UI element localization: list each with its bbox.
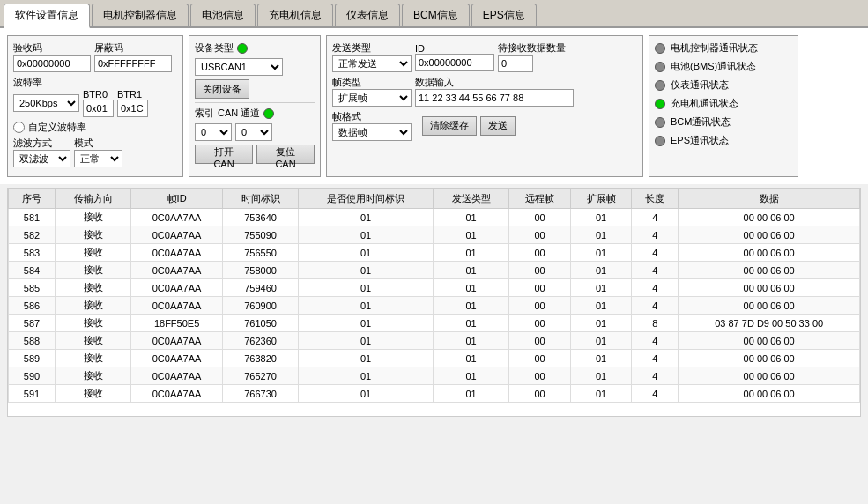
table-cell: 4: [632, 385, 679, 403]
table-cell: 接收: [55, 244, 130, 262]
table-cell: 00: [509, 385, 571, 403]
table-cell: 00: [509, 209, 571, 226]
table-row[interactable]: 590接收0C0AA7AA76527001010001400 00 06 00: [9, 367, 860, 385]
table-cell: 0C0AA7AA: [131, 262, 223, 279]
table-cell: 4: [632, 367, 679, 385]
table-cell: 01: [299, 226, 434, 244]
table-cell: 582: [9, 226, 56, 244]
table-cell: 01: [299, 244, 434, 262]
close-device-button[interactable]: 关闭设备: [195, 79, 249, 99]
table-cell: 01: [434, 209, 509, 226]
table-cell: 01: [434, 297, 509, 315]
tab-eps[interactable]: EPS信息: [471, 4, 537, 26]
table-cell: 8: [632, 315, 679, 332]
data-input[interactable]: [415, 89, 574, 107]
table-cell: 0C0AA7AA: [131, 367, 223, 385]
table-cell: 586: [9, 297, 56, 315]
device-type-select[interactable]: USBCAN1 USBCAN2: [195, 58, 283, 76]
data-table-area: 序号传输方向帧ID时间标识是否使用时间标识发送类型远程帧扩展帧长度数据 581接…: [7, 188, 861, 417]
table-header-cell: 传输方向: [55, 189, 130, 209]
status-label: 仪表通讯状态: [671, 78, 729, 92]
table-cell: 00 00 06 00: [679, 332, 860, 350]
table-header-cell: 时间标识: [223, 189, 299, 209]
index-label: 索引: [195, 107, 214, 120]
status-led: [655, 136, 665, 146]
table-cell: 01: [570, 244, 632, 262]
table-body: 581接收0C0AA7AA75364001010001400 00 06 005…: [9, 209, 860, 403]
tab-battery[interactable]: 电池信息: [190, 4, 256, 26]
table-cell: 00 00 06 00: [679, 244, 860, 262]
mode-select[interactable]: 正常 只听: [74, 150, 122, 167]
can-channel-label: CAN 通道: [218, 107, 260, 120]
table-header-cell: 数据: [679, 189, 860, 209]
tab-charger[interactable]: 充电机信息: [257, 4, 333, 26]
table-row[interactable]: 583接收0C0AA7AA75655001010001400 00 06 00: [9, 244, 860, 262]
table-cell: 4: [632, 209, 679, 226]
tab-motor[interactable]: 电机控制器信息: [92, 4, 189, 26]
table-row[interactable]: 589接收0C0AA7AA76382001010001400 00 06 00: [9, 350, 860, 367]
status-item: EPS通讯状态: [655, 134, 792, 147]
frame-type-select[interactable]: 扩展帧 标准帧: [332, 89, 412, 107]
filter-select[interactable]: 双滤波 单滤波: [13, 150, 70, 167]
table-cell: 01: [299, 367, 434, 385]
clear-cache-button[interactable]: 清除缓存: [422, 116, 477, 136]
table-cell: 01: [299, 350, 434, 367]
btr0-input[interactable]: [83, 100, 114, 117]
tab-bcm[interactable]: BCM信息: [402, 4, 470, 26]
screen-input[interactable]: [94, 55, 172, 72]
table-header-cell: 长度: [632, 189, 679, 209]
table-cell: 00 00 06 00: [679, 262, 860, 279]
table-cell: 01: [434, 385, 509, 403]
custom-baud-radio[interactable]: [13, 122, 25, 133]
table-cell: 00 00 06 00: [679, 385, 860, 403]
table-row[interactable]: 587接收18FF50E576105001010001803 87 7D D9 …: [9, 315, 860, 332]
status-label: 电池(BMS)通讯状态: [671, 60, 756, 73]
table-row[interactable]: 581接收0C0AA7AA75364001010001400 00 06 00: [9, 209, 860, 226]
table-cell: 00: [509, 367, 571, 385]
btr1-input[interactable]: [117, 100, 148, 117]
table-cell: 01: [570, 226, 632, 244]
table-cell: 18FF50E5: [131, 315, 223, 332]
table-row[interactable]: 588接收0C0AA7AA76236001010001400 00 06 00: [9, 332, 860, 350]
table-cell: 00: [509, 332, 571, 350]
table-cell: 01: [434, 262, 509, 279]
baud-select[interactable]: 250Kbps 500Kbps 1Mbps: [13, 94, 79, 112]
send-button[interactable]: 发送: [480, 116, 516, 136]
table-row[interactable]: 582接收0C0AA7AA75509001010001400 00 06 00: [9, 226, 860, 244]
table-header-cell: 是否使用时间标识: [299, 189, 434, 209]
verify-input[interactable]: [13, 55, 91, 72]
reset-can-button[interactable]: 复位 CAN: [256, 145, 315, 164]
index-select[interactable]: 0 1: [195, 123, 232, 141]
table-cell: 0C0AA7AA: [131, 226, 223, 244]
table-cell: 01: [299, 315, 434, 332]
table-row[interactable]: 585接收0C0AA7AA75946001010001400 00 06 00: [9, 279, 860, 297]
id-input[interactable]: [415, 54, 494, 71]
table-cell: 759460: [223, 279, 299, 297]
table-cell: 01: [299, 385, 434, 403]
table-cell: 01: [570, 209, 632, 226]
open-can-button[interactable]: 打开 CAN: [195, 145, 253, 164]
table-cell: 01: [570, 279, 632, 297]
table-cell: 01: [299, 279, 434, 297]
table-cell: 01: [434, 350, 509, 367]
table-cell: 00: [509, 262, 571, 279]
table-cell: 765270: [223, 367, 299, 385]
table-cell: 01: [299, 209, 434, 226]
tab-meter[interactable]: 仪表信息: [335, 4, 400, 26]
table-cell: 761050: [223, 315, 299, 332]
table-cell: 01: [434, 244, 509, 262]
table-row[interactable]: 591接收0C0AA7AA76673001010001400 00 06 00: [9, 385, 860, 403]
table-cell: 01: [434, 226, 509, 244]
table-cell: 583: [9, 244, 56, 262]
table-cell: 4: [632, 244, 679, 262]
channel-select[interactable]: 0 1: [235, 123, 272, 141]
table-row[interactable]: 586接收0C0AA7AA76090001010001400 00 06 00: [9, 297, 860, 315]
tab-software[interactable]: 软件设置信息: [4, 4, 90, 28]
table-cell: 753640: [223, 209, 299, 226]
table-cell: 接收: [55, 209, 130, 226]
send-type-select[interactable]: 正常发送 单次发送 自发自收: [332, 55, 412, 72]
table-cell: 0C0AA7AA: [131, 385, 223, 403]
table-row[interactable]: 584接收0C0AA7AA75800001010001400 00 06 00: [9, 262, 860, 279]
frame-format-select[interactable]: 数据帧 远程帧: [332, 123, 412, 141]
table-cell: 接收: [55, 279, 130, 297]
